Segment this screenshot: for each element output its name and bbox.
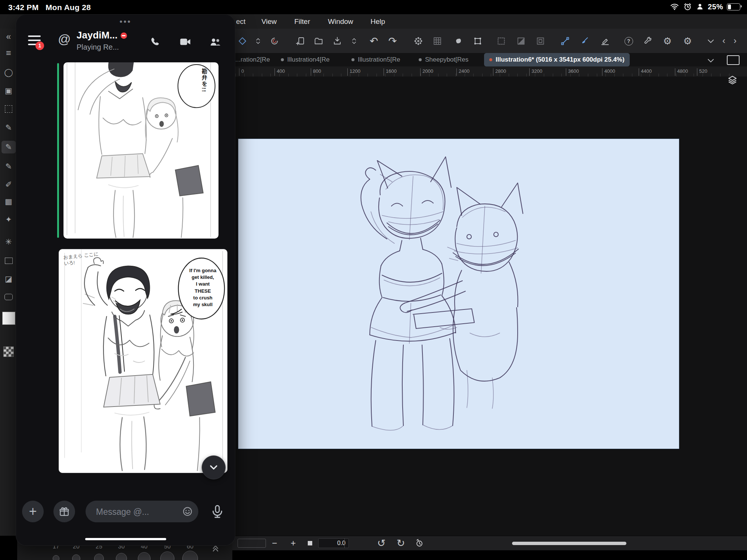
wrench-icon[interactable] xyxy=(642,35,654,47)
members-icon[interactable] xyxy=(207,34,223,50)
zoom-out-button[interactable]: − xyxy=(270,536,279,550)
brush-size-dot[interactable] xyxy=(160,551,174,560)
undo-icon[interactable]: ↶ xyxy=(368,35,379,47)
save-icon[interactable] xyxy=(332,35,343,47)
horizontal-scrollbar[interactable] xyxy=(512,542,626,545)
pen-tool-icon[interactable]: ✎ xyxy=(0,121,17,134)
message-image-1[interactable]: 勘弁を!! xyxy=(63,62,218,239)
collapse-left-icon[interactable]: « xyxy=(0,30,17,43)
spray-dots-icon[interactable] xyxy=(413,35,424,47)
battery-percent: 25% xyxy=(708,3,723,11)
unsaved-dot xyxy=(419,58,422,61)
grid-tool-icon[interactable]: ▦ xyxy=(0,195,17,208)
brush-size-dot[interactable] xyxy=(116,553,127,560)
tool-variant-chevrons-icon[interactable] xyxy=(252,35,264,47)
zoom-square-icon[interactable] xyxy=(306,536,314,550)
gear-secondary-icon[interactable]: ⚙ xyxy=(682,35,693,47)
brush-tool-left-icon[interactable]: ✎ xyxy=(0,160,17,173)
transparent-color-icon[interactable] xyxy=(3,346,14,357)
menu-help[interactable]: Help xyxy=(371,14,385,29)
color-swatch-white[interactable] xyxy=(2,312,15,325)
unread-badge: 1 xyxy=(35,41,44,50)
tab-illustration5[interactable]: Illustration5[Re xyxy=(351,53,400,66)
rotate-right-icon[interactable]: ↻ xyxy=(395,536,406,550)
layers-icon[interactable] xyxy=(727,74,738,87)
menu-window[interactable]: Window xyxy=(328,14,353,29)
redo-icon[interactable]: ↷ xyxy=(387,35,398,47)
rotate-left-icon[interactable]: ↺ xyxy=(376,536,387,550)
marquee-tool-icon[interactable] xyxy=(0,103,17,115)
ruler-tick: 1200 xyxy=(347,68,360,76)
selection-dashed-icon[interactable] xyxy=(496,35,507,47)
zoom-in-button[interactable]: + xyxy=(288,536,298,550)
object-select-icon[interactable] xyxy=(237,35,248,47)
channels-menu-icon[interactable]: 1 xyxy=(28,35,41,47)
toolbar-collapse-chevron-icon[interactable] xyxy=(705,35,716,47)
tab-illustration6-active[interactable]: Illustration6* (5016 x 3541px 600dpi 25.… xyxy=(484,53,630,66)
menu-select[interactable]: ect xyxy=(236,14,245,29)
emoji-picker-icon[interactable] xyxy=(182,506,193,519)
tab-illustration4[interactable]: Illustration4[Re xyxy=(281,53,329,66)
tab-illustration2[interactable]: ...ration2[Re xyxy=(235,53,270,66)
vector-line-tool-icon[interactable] xyxy=(560,35,571,47)
unsaved-dot xyxy=(281,58,284,61)
sketch-drawing xyxy=(238,139,679,449)
mask-half-square-icon[interactable] xyxy=(515,35,527,47)
transform-frame-icon[interactable] xyxy=(472,35,483,47)
speech-bubble-text-en: If I'm gonna get killed, I want THESE to… xyxy=(179,267,226,308)
open-folder-icon[interactable] xyxy=(313,35,324,47)
pane-left-arrow-icon[interactable]: ‹ xyxy=(722,35,725,46)
help-icon[interactable]: ? xyxy=(623,35,634,47)
save-variant-chevrons-icon[interactable] xyxy=(348,35,360,47)
menu-filter[interactable]: Filter xyxy=(294,14,310,29)
reset-view-icon[interactable] xyxy=(414,536,425,550)
spiral-material-icon[interactable] xyxy=(269,35,280,47)
cube-tool-icon[interactable]: ▣ xyxy=(0,84,17,97)
message-input[interactable] xyxy=(95,501,175,523)
scroll-to-bottom-button[interactable] xyxy=(202,455,226,479)
message-image-2[interactable]: おまえら ここにいろ! If I'm gonna get killed, I w… xyxy=(59,249,227,473)
pane-right-arrow-icon[interactable]: › xyxy=(734,35,737,46)
attach-plus-button[interactable]: + xyxy=(22,501,44,522)
canvas-page-icon[interactable] xyxy=(727,55,740,65)
ruler-tick: 800 xyxy=(311,68,321,76)
pen-line-icon[interactable] xyxy=(599,35,611,47)
ruler-tick: 3600 xyxy=(566,68,579,76)
frame-tool-icon[interactable] xyxy=(0,254,17,267)
dm-title[interactable]: JaydiM... xyxy=(77,29,127,41)
left-tool-column: « ≡ ◯ ▣ ✎ ✎ ✎ ✐ ▦ ✦ ✳ ◪ xyxy=(0,29,18,536)
balloon-tool-icon[interactable] xyxy=(0,290,17,303)
tool-menu-icon[interactable]: ≡ xyxy=(0,47,17,59)
brush-tool-icon[interactable] xyxy=(579,35,590,47)
new-document-icon[interactable] xyxy=(295,35,306,47)
brush-size-dot[interactable] xyxy=(138,552,151,560)
blend-tool-icon[interactable]: ✳ xyxy=(0,236,17,248)
video-call-icon[interactable] xyxy=(177,34,193,50)
grid-icon[interactable] xyxy=(432,35,443,47)
pencil-tool-selected-icon[interactable]: ✎ xyxy=(1,141,16,153)
ellipse-tool-icon[interactable]: ◯ xyxy=(0,66,17,79)
canvas[interactable] xyxy=(238,139,679,449)
gear-icon[interactable]: ⚙ xyxy=(662,35,673,47)
navigator-preview-box[interactable] xyxy=(238,536,266,550)
tab-sheepybot[interactable]: Sheepybot[Res xyxy=(419,53,468,66)
unsaved-dot xyxy=(351,58,354,61)
voice-message-mic-icon[interactable] xyxy=(210,504,225,521)
gradient-tool-icon[interactable]: ◪ xyxy=(0,273,17,285)
voice-call-icon[interactable] xyxy=(148,34,163,50)
menu-view[interactable]: View xyxy=(261,14,277,29)
brush-size-dot[interactable] xyxy=(72,554,80,560)
brush-size-dot[interactable] xyxy=(53,555,59,560)
brush-size-dot[interactable] xyxy=(182,551,198,560)
ruler-tick: 2000 xyxy=(420,68,433,76)
framed-square-icon[interactable] xyxy=(535,35,546,47)
decoration-tool-icon[interactable]: ✦ xyxy=(0,213,17,226)
home-indicator[interactable] xyxy=(85,538,166,540)
window-drag-handle[interactable]: ••• xyxy=(16,17,235,27)
gift-button[interactable] xyxy=(53,501,75,522)
airbrush-tool-icon[interactable]: ✐ xyxy=(0,178,17,191)
fill-blob-icon[interactable] xyxy=(453,35,464,47)
message-input-pill[interactable] xyxy=(86,501,198,522)
brush-size-dot[interactable] xyxy=(94,554,104,560)
tab-list-chevron-icon[interactable] xyxy=(705,55,716,66)
